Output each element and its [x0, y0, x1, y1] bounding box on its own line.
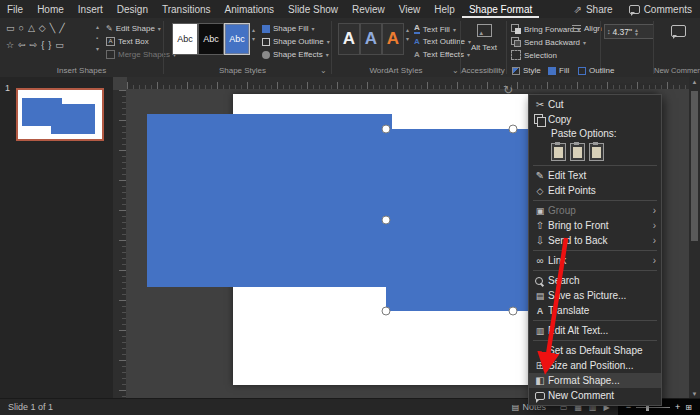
- shape-style-preset-1[interactable]: Abc: [172, 23, 198, 55]
- context-menu-item-save-as-picture[interactable]: Save as Picture...: [529, 288, 661, 303]
- shape-outline-button[interactable]: Shape Outline▾: [262, 37, 330, 46]
- dropdown-arrow-icon: ▾: [467, 51, 470, 58]
- wordart-preset-3[interactable]: A: [382, 23, 404, 55]
- wordart-gallery-scroll[interactable]: ▴▾: [406, 26, 409, 44]
- menu-item-label: Search: [548, 275, 656, 286]
- wordart-preset-2[interactable]: A: [360, 23, 382, 55]
- bring-forward-button[interactable]: Bring Forward▾: [511, 24, 580, 34]
- shape-gallery-scroll[interactable]: ▴▪▾: [96, 22, 99, 55]
- fit-to-window-icon[interactable]: ⊞: [685, 403, 692, 412]
- share-button[interactable]: ⇗ Share: [566, 0, 621, 18]
- vertical-ruler[interactable]: [113, 90, 126, 399]
- menu-tab-shape-format[interactable]: Shape Format: [462, 0, 539, 18]
- menu-tab-help[interactable]: Help: [427, 0, 462, 18]
- text-outline-button[interactable]: A Text Outline▾: [414, 37, 471, 46]
- quick-outline-label: Outline: [589, 66, 614, 75]
- height-stepper[interactable]: ▲▼: [634, 28, 639, 36]
- dropdown-arrow-icon: ▾: [453, 26, 456, 33]
- quick-style-button[interactable]: Style: [512, 66, 541, 75]
- context-menu-item-search[interactable]: Search: [529, 273, 661, 288]
- alt-text-label: Alt Text: [468, 43, 500, 52]
- selection-pane-button[interactable]: Selection: [511, 50, 557, 60]
- rotate-handle-icon[interactable]: ↻: [503, 83, 513, 97]
- paste-option-merge-formatting-icon[interactable]: [570, 143, 585, 161]
- paste-options-header: Paste Options:: [529, 127, 661, 141]
- shape-gallery-row-1[interactable]: ▭○△◇╲╱: [6, 23, 69, 33]
- context-menu-item-cut[interactable]: Cut: [529, 97, 661, 112]
- translate-icon: [532, 306, 548, 316]
- shape-style-preset-3-selected[interactable]: Abc: [224, 23, 250, 55]
- context-menu-item-set-as-default-shape[interactable]: Set as Default Shape: [529, 343, 661, 358]
- thumbnail-shape-right: [51, 104, 95, 134]
- menu-item-label: Edit Text: [548, 170, 656, 181]
- alt-text-button[interactable]: Alt Text: [468, 23, 500, 52]
- new-comment-button[interactable]: [658, 23, 698, 41]
- comments-button[interactable]: Comments: [621, 0, 700, 18]
- paste-option-picture-icon[interactable]: [589, 143, 604, 161]
- context-menu-item-size-and-position[interactable]: Size and Position...: [529, 358, 661, 373]
- context-menu-item-edit-text[interactable]: Edit Text: [529, 168, 661, 183]
- ribbon: ▭○△◇╲╱ ☆⇦⇨{}▭ ▴▪▾ ✎ Edit Shape▾ A Text B…: [0, 18, 700, 78]
- context-menu-item-link[interactable]: Link›: [529, 253, 661, 268]
- slide-thumbnail-1[interactable]: [16, 88, 104, 141]
- wordart-dialog-launcher-icon[interactable]: ⌄: [452, 66, 459, 75]
- slide-thumbnail-panel: 1: [0, 77, 114, 399]
- horizontal-ruler[interactable]: [127, 77, 689, 89]
- selection-handle[interactable]: [382, 125, 391, 134]
- menu-item-label: Translate: [548, 305, 656, 316]
- scrollbar-thumb[interactable]: [691, 91, 698, 241]
- context-menu-item-send-to-back[interactable]: Send to Back›: [529, 233, 661, 248]
- context-menu-item-copy[interactable]: Copy: [529, 112, 661, 127]
- paste-option-keep-source-formatting-icon[interactable]: [551, 143, 566, 161]
- zoom-in-icon[interactable]: +: [675, 402, 680, 412]
- vertical-scrollbar[interactable]: ▲ ▼: [689, 77, 700, 399]
- shape-effects-button[interactable]: Shape Effects▾: [262, 50, 329, 59]
- shape-fill-button[interactable]: Shape Fill▾: [262, 24, 315, 33]
- menu-tab-slide-show[interactable]: Slide Show: [281, 0, 345, 18]
- context-menu-item-edit-points[interactable]: Edit Points: [529, 183, 661, 198]
- context-menu-item-format-shape[interactable]: Format Shape...: [529, 373, 661, 388]
- text-effects-button[interactable]: A Text Effects▾: [414, 50, 470, 59]
- zoom-slider[interactable]: [636, 407, 670, 408]
- shape-style-gallery-scroll[interactable]: ▴▾: [252, 26, 255, 44]
- shape-gallery-row-2[interactable]: ☆⇦⇨{}▭: [6, 40, 68, 50]
- selection-handle[interactable]: [382, 307, 391, 316]
- menu-tab-review[interactable]: Review: [345, 0, 392, 18]
- text-box-button[interactable]: A Text Box: [106, 37, 149, 46]
- menu-tab-home[interactable]: Home: [30, 0, 71, 18]
- context-menu-item-translate[interactable]: Translate: [529, 303, 661, 318]
- shape-style-preset-2[interactable]: Abc: [198, 23, 224, 55]
- merge-shapes-button: Merge Shapes▾: [106, 50, 176, 59]
- quick-fill-button[interactable]: Fill: [548, 66, 569, 75]
- edit-shape-button[interactable]: ✎ Edit Shape▾: [106, 24, 161, 33]
- context-menu-item-bring-to-front[interactable]: Bring to Front›: [529, 218, 661, 233]
- shape-height-field[interactable]: ↕ 4.37" ▲▼: [604, 24, 654, 39]
- menu-tab-view[interactable]: View: [392, 0, 428, 18]
- menu-tab-insert[interactable]: Insert: [71, 0, 110, 18]
- menu-tab-animations[interactable]: Animations: [218, 0, 281, 18]
- align-button[interactable]: Align▾: [572, 24, 608, 33]
- quick-outline-button[interactable]: Outline: [578, 66, 614, 75]
- selection-handle[interactable]: [382, 216, 391, 225]
- link-icon: [532, 255, 548, 266]
- selection-handle[interactable]: [509, 307, 518, 316]
- wordart-preset-1[interactable]: A: [338, 23, 360, 55]
- send-backward-button[interactable]: Send Backward▾: [511, 37, 586, 47]
- text-effects-icon: A: [414, 51, 420, 59]
- text-fill-button[interactable]: A Text Fill▾: [414, 24, 456, 34]
- menu-separator: [533, 200, 657, 201]
- context-menu-item-edit-alt-text[interactable]: Edit Alt Text...: [529, 323, 661, 338]
- group-label-wordart-styles: WordArt Styles: [332, 66, 460, 77]
- height-icon: ↕: [607, 28, 611, 35]
- context-menu-item-new-comment[interactable]: New Comment: [529, 388, 661, 403]
- shape-rectangle-left[interactable]: [147, 114, 392, 287]
- scroll-up-icon[interactable]: ▲: [689, 79, 700, 85]
- selection-handle[interactable]: [509, 125, 518, 134]
- menu-tab-file[interactable]: File: [0, 0, 30, 18]
- menu-tab-transitions[interactable]: Transitions: [155, 0, 218, 18]
- shape-styles-dialog-launcher-icon[interactable]: ⌄: [320, 66, 327, 75]
- menu-tab-design[interactable]: Design: [110, 0, 155, 18]
- edit-points-icon: [532, 186, 548, 196]
- context-menu-item-group: Group›: [529, 203, 661, 218]
- scroll-down-icon[interactable]: ▼: [689, 391, 700, 397]
